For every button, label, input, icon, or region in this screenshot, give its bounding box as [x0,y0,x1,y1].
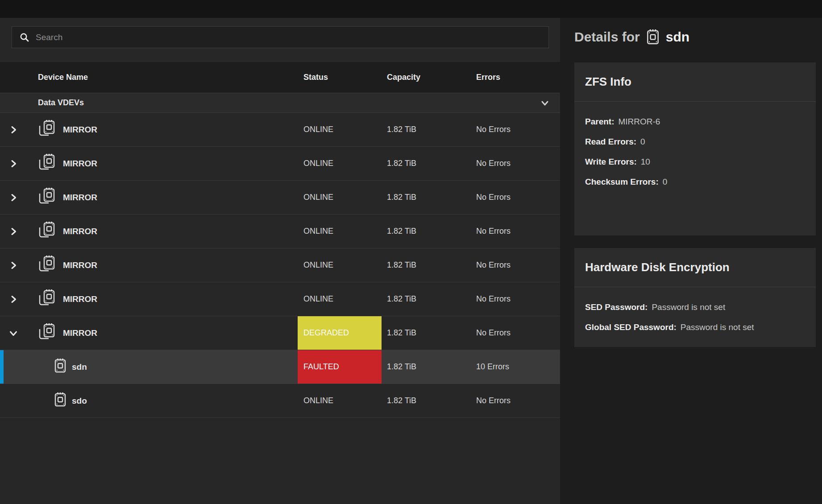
capacity-cell: 1.82 TiB [382,248,464,282]
chevron-down-icon[interactable] [540,98,550,108]
search-input[interactable]: Search [12,26,549,48]
status-cell: ONLINE [298,113,382,146]
disk-icon [54,392,66,409]
column-header-status: Status [298,73,382,82]
device-row[interactable]: MIRROR ONLINE 1.82 TiB No Errors [0,215,560,248]
details-panel: Details for sdn Z [560,18,822,504]
capacity-cell: 1.82 TiB [382,384,464,417]
search-placeholder: Search [36,33,62,42]
capacity-cell: 1.82 TiB [382,316,464,350]
row-expander[interactable] [0,384,27,417]
device-row[interactable]: MIRROR ONLINE 1.82 TiB No Errors [0,113,560,147]
group-row-label: Data VDEVs [38,98,84,107]
details-title-prefix: Details for [574,29,640,45]
device-row[interactable]: MIRROR ONLINE 1.82 TiB No Errors [0,282,560,316]
errors-cell: No Errors [464,147,560,180]
device-name-cell: MIRROR [27,113,298,146]
device-name-label: MIRROR [63,294,97,304]
mirror-vdev-icon [38,323,57,343]
device-name-label: MIRROR [63,193,97,202]
devices-panel: Search Device Name Status Capacity Error… [0,18,560,504]
capacity-cell: 1.82 TiB [382,147,464,180]
mirror-vdev-icon [38,120,57,140]
capacity-cell: 1.82 TiB [382,113,464,146]
errors-cell: No Errors [464,282,560,316]
chevron-right-icon[interactable] [9,159,18,168]
zfs-field-parent: Parent: MIRROR-6 [585,112,805,132]
details-title: Details for sdn [560,18,822,45]
device-name-label: sdn [72,362,87,372]
device-row[interactable]: MIRROR DEGRADED 1.82 TiB No Errors [0,316,560,350]
device-name-cell: sdn [27,350,298,384]
zfs-field-checksum-errors: Checksum Errors: 0 [585,172,805,192]
chevron-right-icon[interactable] [9,295,18,304]
device-row[interactable]: sdn FAULTED 1.82 TiB 10 Errors [0,350,560,384]
disk-icon [54,359,66,375]
chevron-right-icon[interactable] [9,125,18,134]
device-row[interactable]: MIRROR ONLINE 1.82 TiB No Errors [0,147,560,181]
row-expander[interactable] [0,215,27,248]
errors-cell: No Errors [464,181,560,214]
row-expander[interactable] [0,248,27,282]
mirror-vdev-icon [38,153,57,174]
mirror-vdev-icon [38,187,57,207]
column-header-device-name: Device Name [27,73,298,82]
row-expander[interactable] [0,316,27,350]
status-cell: ONLINE [298,384,382,417]
device-name-cell: MIRROR [27,147,298,180]
row-expander[interactable] [0,147,27,180]
zfs-info-body: Parent: MIRROR-6 Read Errors: 0 Write Er… [574,102,816,192]
chevron-right-icon[interactable] [9,227,18,236]
device-name-cell: MIRROR [27,248,298,282]
device-row[interactable]: MIRROR ONLINE 1.82 TiB No Errors [0,181,560,215]
errors-cell: No Errors [464,248,560,282]
row-expander[interactable] [0,350,27,384]
status-cell: ONLINE [298,215,382,248]
chevron-right-icon[interactable] [9,193,18,202]
capacity-cell: 1.82 TiB [382,282,464,316]
table-header: Device Name Status Capacity Errors [0,62,560,93]
row-expander[interactable] [0,181,27,214]
device-row[interactable]: MIRROR ONLINE 1.82 TiB No Errors [0,248,560,282]
capacity-cell: 1.82 TiB [382,215,464,248]
status-cell: ONLINE [298,282,382,316]
device-rows: MIRROR ONLINE 1.82 TiB No Errors [0,113,560,418]
errors-cell: No Errors [464,384,560,417]
global-sed-password-field: Global SED Password: Password is not set [585,317,805,337]
device-name-label: sdo [72,396,87,406]
zfs-info-title: ZFS Info [574,62,816,101]
mirror-vdev-icon [38,289,57,309]
device-row[interactable]: sdo ONLINE 1.82 TiB No Errors [0,384,560,418]
status-cell: DEGRADED [298,316,382,350]
status-cell: ONLINE [298,248,382,282]
hardware-disk-encryption-card: Hardware Disk Encryption SED Password: P… [574,248,816,347]
encryption-title: Hardware Disk Encryption [574,248,816,287]
errors-cell: No Errors [464,215,560,248]
status-cell: ONLINE [298,147,382,180]
errors-cell: No Errors [464,316,560,350]
device-name-cell: MIRROR [27,215,298,248]
capacity-cell: 1.82 TiB [382,181,464,214]
disk-icon [647,29,659,45]
device-name-label: MIRROR [63,125,97,135]
device-name-label: MIRROR [63,260,97,270]
device-name-label: MIRROR [63,159,97,169]
device-name-label: MIRROR [63,328,97,338]
group-row-data-vdevs[interactable]: Data VDEVs [0,93,560,113]
row-expander[interactable] [0,113,27,146]
row-expander[interactable] [0,282,27,316]
chevron-right-icon[interactable] [9,261,18,270]
search-area: Search [0,18,560,48]
column-header-errors: Errors [464,73,560,82]
top-bar [0,0,822,18]
chevron-down-icon[interactable] [9,329,18,338]
details-device-name: sdn [666,29,689,45]
search-icon [20,33,29,42]
zfs-field-read-errors: Read Errors: 0 [585,132,805,152]
device-name-cell: MIRROR [27,181,298,214]
errors-cell: No Errors [464,113,560,146]
column-header-capacity: Capacity [382,73,464,82]
device-name-label: MIRROR [63,227,97,236]
mirror-vdev-icon [38,221,57,241]
zfs-info-card: ZFS Info Parent: MIRROR-6 Read Errors: 0… [574,62,816,235]
